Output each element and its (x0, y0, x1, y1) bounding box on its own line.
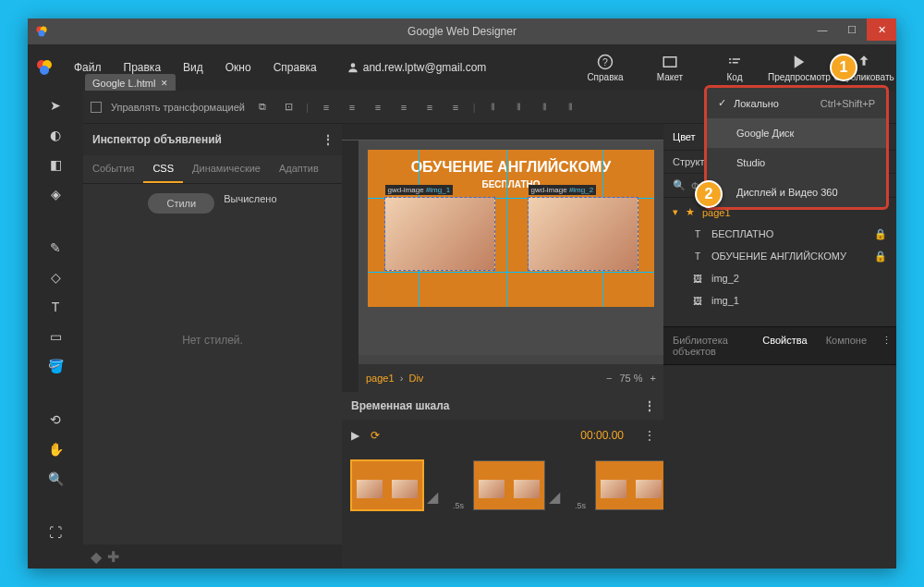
document-tab[interactable]: Google L.html ✕ (85, 74, 176, 92)
close-button[interactable]: ✕ (867, 18, 896, 41)
align-bottom-icon[interactable]: ≡ (447, 99, 464, 116)
tree-item[interactable]: 🖼 img_2 (663, 267, 896, 289)
ad-image-2[interactable]: gwd-image #img_2 (528, 197, 638, 271)
transform-checkbox[interactable] (91, 102, 102, 113)
layout-button[interactable]: Макет (638, 54, 702, 82)
align-left-icon[interactable]: ≡ (318, 99, 334, 116)
user-account[interactable]: and.rew.lptw@gmail.com (346, 61, 487, 74)
tab-components[interactable]: Компоне (817, 327, 876, 364)
play-icon[interactable]: ▶ (351, 429, 359, 442)
tab-css[interactable]: CSS (143, 155, 183, 183)
align-center-icon[interactable]: ≡ (344, 99, 360, 116)
tab-events[interactable]: События (83, 155, 143, 183)
outline-tree: ▾ ★ page1 T БЕСПЛАТНО 🔒 T ОБУЧЕНИЕ АНГЛИ… (663, 198, 896, 315)
menu-help[interactable]: Справка (262, 61, 328, 74)
tab-dynamic[interactable]: Динамические (183, 155, 270, 183)
window-controls: — ☐ ✕ (808, 18, 896, 41)
more-icon[interactable]: ⋮ (876, 327, 896, 364)
menu-window[interactable]: Окно (214, 61, 262, 74)
subtab-styles[interactable]: Стили (148, 193, 214, 214)
tab-adaptive[interactable]: Адаптив (270, 155, 328, 183)
publish-drive[interactable]: Google Диск (707, 118, 886, 148)
zoom-out-icon[interactable]: − (606, 373, 612, 384)
more-icon[interactable]: ⋮ (644, 399, 654, 412)
stage[interactable]: ОБУЧЕНИЕ АНГЛИЙСКОМУ БЕСПЛАТНО gwd-image… (359, 141, 663, 355)
tab-properties[interactable]: Свойства (753, 327, 816, 364)
preview-button[interactable]: Предпросмотр (767, 54, 832, 82)
rotate-tool[interactable]: ⟲ (46, 410, 65, 429)
tag-tool[interactable]: ◈ (46, 185, 65, 203)
svg-rect-12 (729, 62, 731, 64)
loop-icon[interactable]: ⟳ (371, 429, 380, 442)
tab-close-icon[interactable]: ✕ (161, 79, 168, 88)
hand-tool[interactable]: ✋ (46, 440, 65, 459)
lock-icon[interactable]: 🔒 (874, 251, 887, 263)
tree-item[interactable]: 🖼 img_1 (663, 289, 896, 312)
add-icon[interactable]: ✚ (107, 548, 119, 566)
tab-color[interactable]: Цвет (663, 124, 705, 150)
transform-tool[interactable]: ◐ (46, 126, 65, 144)
minimize-button[interactable]: — (808, 18, 837, 41)
tab-library[interactable]: Библиотека объектов (663, 327, 753, 364)
distribute-icon[interactable]: ⦀ (563, 99, 579, 116)
svg-point-5 (40, 66, 49, 75)
menu-edit[interactable]: Правка (113, 61, 173, 74)
timeline-header: Временная шкала ⋮ (342, 392, 663, 420)
inspector-panel: Инспектор объявлений ⋮ События CSS Динам… (83, 124, 342, 569)
ad-image-1[interactable]: gwd-image #img_1 (384, 197, 495, 271)
pen-tool[interactable]: ✎ (46, 238, 65, 257)
more-icon[interactable]: ⋮ (644, 429, 654, 442)
help-button[interactable]: ? Справка (573, 54, 638, 82)
zoom-tool[interactable]: 🔍 (46, 470, 65, 488)
menu-view[interactable]: Вид (172, 61, 214, 74)
empty-state: Нет стилей. (83, 334, 342, 347)
align-middle-icon[interactable]: ≡ (421, 99, 438, 116)
svg-point-6 (350, 63, 355, 67)
keyframe-thumb[interactable] (351, 460, 423, 510)
align-right-icon[interactable]: ≡ (370, 99, 386, 116)
tree-item[interactable]: T БЕСПЛАТНО 🔒 (663, 223, 896, 245)
ruler-horizontal (342, 124, 663, 141)
menu-file[interactable]: Файл (63, 61, 113, 74)
align-icon[interactable]: ⊡ (280, 99, 297, 116)
document-tabs: Google L.html ✕ (85, 74, 176, 92)
keyframe-thumb[interactable] (473, 460, 545, 510)
selection-tool[interactable]: ➤ (46, 96, 65, 115)
shape-tool[interactable]: ◇ (46, 268, 65, 287)
publish-studio[interactable]: Studio (707, 148, 886, 177)
fullscreen-tool[interactable]: ⛶ (46, 523, 65, 542)
distribute-icon[interactable]: ⦀ (485, 99, 502, 116)
inspector-header: Инспектор объявлений ⋮ (83, 124, 342, 155)
more-icon[interactable]: ⋮ (322, 133, 333, 146)
text-icon: T (691, 227, 704, 240)
rect-tool[interactable]: ▭ (46, 327, 65, 346)
zoom-controls: − 75 % + (606, 373, 656, 384)
tree-item[interactable]: T ОБУЧЕНИЕ АНГЛИЙСКОМУ 🔒 (663, 245, 896, 267)
titlebar: Google Web Designer — ☐ ✕ (28, 18, 896, 44)
chevron-down-icon[interactable]: ▾ (673, 206, 678, 218)
tool-palette: ➤ ◐ ◧ ◈ ✎ ◇ T ▭ 🪣 ⟲ ✋ 🔍 ⛶ (28, 91, 83, 569)
easing-icon[interactable]: ◢ (549, 488, 571, 510)
maximize-button[interactable]: ☐ (837, 18, 867, 41)
ad-title[interactable]: ОБУЧЕНИЕ АНГЛИЙСКОМУ (368, 150, 654, 176)
add-icon[interactable]: ◆ (91, 548, 102, 566)
keyframe-thumb[interactable] (595, 460, 667, 510)
ad-creative[interactable]: ОБУЧЕНИЕ АНГЛИЙСКОМУ БЕСПЛАТНО gwd-image… (368, 150, 654, 307)
easing-icon[interactable]: ◢ (427, 488, 449, 510)
text-tool[interactable]: T (46, 298, 65, 316)
zoom-in-icon[interactable]: + (650, 373, 656, 384)
breadcrumb[interactable]: page1 › Div (366, 373, 423, 384)
align-icon[interactable]: ⧉ (254, 99, 271, 116)
publish-display360[interactable]: Дисплей и Видео 360 (707, 177, 886, 207)
align-top-icon[interactable]: ≡ (395, 99, 412, 116)
fill-tool[interactable]: 🪣 (46, 357, 65, 375)
publish-local[interactable]: ✓ Локально Ctrl+Shift+P (707, 88, 886, 118)
lock-icon[interactable]: 🔒 (874, 228, 887, 240)
subtab-computed[interactable]: Вычислено (224, 193, 276, 214)
text-icon: T (691, 250, 704, 263)
distribute-icon[interactable]: ⦀ (537, 99, 553, 116)
publish-menu: ✓ Локально Ctrl+Shift+P Google Диск Stud… (704, 85, 889, 210)
code-button[interactable]: Код (702, 54, 767, 82)
distribute-icon[interactable]: ⦀ (511, 99, 528, 116)
cube-tool[interactable]: ◧ (46, 155, 65, 174)
